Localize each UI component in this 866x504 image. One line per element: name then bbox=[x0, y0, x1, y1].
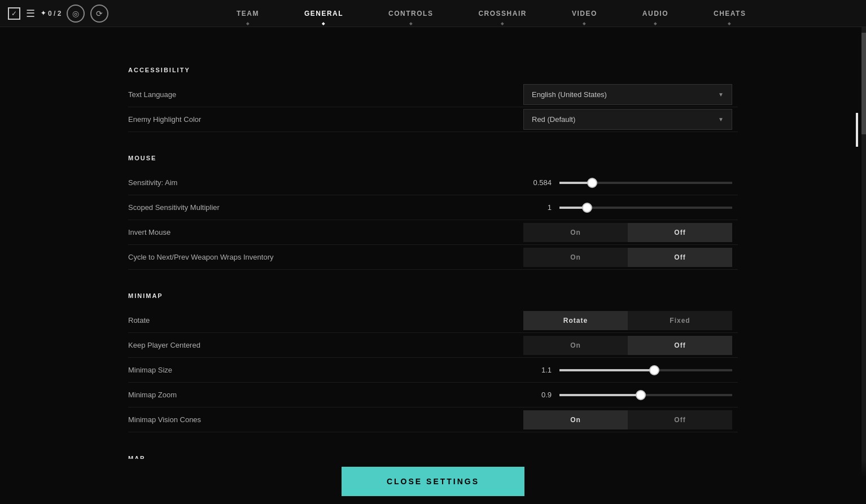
slider-value-scoped-sensitivity: 1 bbox=[523, 203, 552, 212]
nav-tab-crosshair[interactable]: CROSSHAIR bbox=[456, 0, 549, 27]
setting-control-enemy-highlight-color: Red (Default)▼ bbox=[523, 109, 738, 130]
toggle-group-keep-player-centered: OnOff bbox=[523, 336, 732, 355]
setting-control-cycle-weapon: OnOff bbox=[523, 248, 738, 267]
slider-value-minimap-size: 1.1 bbox=[523, 366, 552, 374]
setting-control-minimap-zoom: 0.9 bbox=[523, 391, 738, 399]
nav-left-controls: ✓ ☰ ✦ 0 / 2 ◎ ⟳ bbox=[0, 5, 116, 23]
setting-label-text-language: Text Language bbox=[128, 86, 523, 103]
slider-track-minimap-zoom[interactable] bbox=[559, 394, 732, 396]
slider-track-sensitivity-aim[interactable] bbox=[559, 182, 732, 184]
top-navigation: ✓ ☰ ✦ 0 / 2 ◎ ⟳ TEAMGENERALCONTROLSCROSS… bbox=[0, 0, 866, 27]
toggle-group-rotate: RotateFixed bbox=[523, 311, 732, 330]
slider-fill-minimap-zoom bbox=[559, 394, 641, 396]
toggle-option-rotate-fixed[interactable]: Fixed bbox=[628, 311, 732, 330]
setting-control-invert-mouse: OnOff bbox=[523, 223, 738, 242]
toggle-option-rotate-rotate[interactable]: Rotate bbox=[523, 311, 628, 330]
setting-control-text-language: English (United States)▼ bbox=[523, 84, 738, 105]
nav-tab-controls[interactable]: CONTROLS bbox=[366, 0, 456, 27]
toggle-option-keep-player-centered-off[interactable]: Off bbox=[628, 336, 732, 355]
toggle-option-minimap-vision-cones-off[interactable]: Off bbox=[628, 410, 732, 430]
toggle-group-minimap-vision-cones: OnOff bbox=[523, 410, 732, 430]
agent-icon[interactable]: ⟳ bbox=[90, 5, 108, 23]
dropdown-text-language[interactable]: English (United States)▼ bbox=[523, 84, 732, 105]
setting-row-sensitivity-aim: Sensitivity: Aim0.584 bbox=[128, 170, 738, 195]
setting-row-minimap-vision-cones: Minimap Vision ConesOnOff bbox=[128, 407, 738, 432]
slider-track-bg-minimap-zoom bbox=[559, 394, 732, 396]
section-header-accessibility: ACCESSIBILITY bbox=[128, 67, 738, 73]
nav-tabs: TEAMGENERALCONTROLSCROSSHAIRVIDEOAUDIOCH… bbox=[116, 0, 866, 27]
slider-value-minimap-zoom: 0.9 bbox=[523, 391, 552, 399]
setting-row-invert-mouse: Invert MouseOnOff bbox=[128, 220, 738, 245]
section-header-mouse: MOUSE bbox=[128, 155, 738, 161]
slider-control-minimap-size: 1.1 bbox=[523, 366, 732, 374]
scrollbar-thumb[interactable] bbox=[861, 33, 866, 134]
setting-control-minimap-size: 1.1 bbox=[523, 366, 738, 374]
slider-thumb-sensitivity-aim[interactable] bbox=[587, 178, 597, 188]
setting-label-enemy-highlight-color: Enemy Highlight Color bbox=[128, 111, 523, 128]
setting-row-cycle-weapon: Cycle to Next/Prev Weapon Wraps Inventor… bbox=[128, 245, 738, 270]
nav-tab-general[interactable]: GENERAL bbox=[282, 0, 366, 27]
setting-row-rotate: RotateRotateFixed bbox=[128, 308, 738, 333]
toggle-option-invert-mouse-on[interactable]: On bbox=[523, 223, 628, 242]
slider-track-minimap-size[interactable] bbox=[559, 369, 732, 371]
score-display: ✦ 0 / 2 bbox=[41, 10, 61, 17]
setting-label-sensitivity-aim: Sensitivity: Aim bbox=[128, 174, 523, 191]
setting-row-scoped-sensitivity: Scoped Sensitivity Multiplier1 bbox=[128, 195, 738, 220]
nav-tab-audio[interactable]: AUDIO bbox=[620, 0, 691, 27]
slider-fill-minimap-size bbox=[559, 369, 654, 371]
setting-row-text-language: Text LanguageEnglish (United States)▼ bbox=[128, 82, 738, 107]
dropdown-value-enemy-highlight-color: Red (Default) bbox=[532, 115, 575, 124]
setting-label-cycle-weapon: Cycle to Next/Prev Weapon Wraps Inventor… bbox=[128, 248, 523, 266]
toggle-option-keep-player-centered-on[interactable]: On bbox=[523, 336, 628, 355]
right-accent-bar bbox=[856, 113, 858, 147]
scrollbar-track[interactable] bbox=[861, 27, 866, 504]
slider-control-scoped-sensitivity: 1 bbox=[523, 203, 732, 212]
settings-panel: ACCESSIBILITYText LanguageEnglish (Unite… bbox=[94, 44, 772, 459]
close-button-container: CLOSE SETTINGS bbox=[0, 459, 866, 504]
setting-control-rotate: RotateFixed bbox=[523, 311, 738, 330]
dropdown-enemy-highlight-color[interactable]: Red (Default)▼ bbox=[523, 109, 732, 130]
section-header-minimap: MINIMAP bbox=[128, 292, 738, 299]
setting-control-keep-player-centered: OnOff bbox=[523, 336, 738, 355]
section-header-map: MAP bbox=[128, 455, 738, 459]
setting-control-sensitivity-aim: 0.584 bbox=[523, 178, 738, 187]
nav-tab-team[interactable]: TEAM bbox=[214, 0, 282, 27]
setting-control-minimap-vision-cones: OnOff bbox=[523, 410, 738, 430]
hamburger-menu-icon[interactable]: ☰ bbox=[26, 7, 35, 20]
target-icon[interactable]: ◎ bbox=[67, 5, 85, 23]
slider-thumb-scoped-sensitivity[interactable] bbox=[582, 203, 592, 213]
slider-thumb-minimap-size[interactable] bbox=[649, 365, 659, 375]
toggle-option-cycle-weapon-on[interactable]: On bbox=[523, 248, 628, 267]
setting-label-minimap-zoom: Minimap Zoom bbox=[128, 386, 523, 404]
slider-track-scoped-sensitivity[interactable] bbox=[559, 207, 732, 209]
slider-thumb-minimap-zoom[interactable] bbox=[636, 390, 646, 400]
slider-track-bg-sensitivity-aim bbox=[559, 182, 732, 184]
setting-row-enemy-highlight-color: Enemy Highlight ColorRed (Default)▼ bbox=[128, 107, 738, 132]
setting-row-minimap-zoom: Minimap Zoom0.9 bbox=[128, 383, 738, 407]
setting-label-scoped-sensitivity: Scoped Sensitivity Multiplier bbox=[128, 199, 523, 216]
setting-row-minimap-size: Minimap Size1.1 bbox=[128, 358, 738, 383]
toggle-group-cycle-weapon: OnOff bbox=[523, 248, 732, 267]
slider-control-minimap-zoom: 0.9 bbox=[523, 391, 732, 399]
dropdown-value-text-language: English (United States) bbox=[532, 90, 607, 99]
slider-control-sensitivity-aim: 0.584 bbox=[523, 178, 732, 187]
setting-label-minimap-vision-cones: Minimap Vision Cones bbox=[128, 411, 523, 428]
close-settings-button[interactable]: CLOSE SETTINGS bbox=[342, 467, 524, 496]
valorant-logo: ✓ bbox=[8, 7, 20, 20]
setting-label-minimap-size: Minimap Size bbox=[128, 361, 523, 379]
star-icon: ✦ bbox=[41, 10, 46, 17]
setting-label-keep-player-centered: Keep Player Centered bbox=[128, 336, 523, 354]
slider-track-bg-minimap-size bbox=[559, 369, 732, 371]
dropdown-arrow-enemy-highlight-color: ▼ bbox=[718, 116, 724, 122]
dropdown-arrow-text-language: ▼ bbox=[718, 91, 724, 98]
toggle-group-invert-mouse: OnOff bbox=[523, 223, 732, 242]
setting-row-keep-player-centered: Keep Player CenteredOnOff bbox=[128, 333, 738, 358]
toggle-option-cycle-weapon-off[interactable]: Off bbox=[628, 248, 732, 267]
nav-tab-video[interactable]: VIDEO bbox=[549, 0, 620, 27]
setting-label-invert-mouse: Invert Mouse bbox=[128, 223, 523, 241]
nav-tab-cheats[interactable]: CHEATS bbox=[691, 0, 768, 27]
toggle-option-minimap-vision-cones-on[interactable]: On bbox=[523, 410, 628, 430]
toggle-option-invert-mouse-off[interactable]: Off bbox=[628, 223, 732, 242]
setting-control-scoped-sensitivity: 1 bbox=[523, 203, 738, 212]
setting-label-rotate: Rotate bbox=[128, 312, 523, 329]
